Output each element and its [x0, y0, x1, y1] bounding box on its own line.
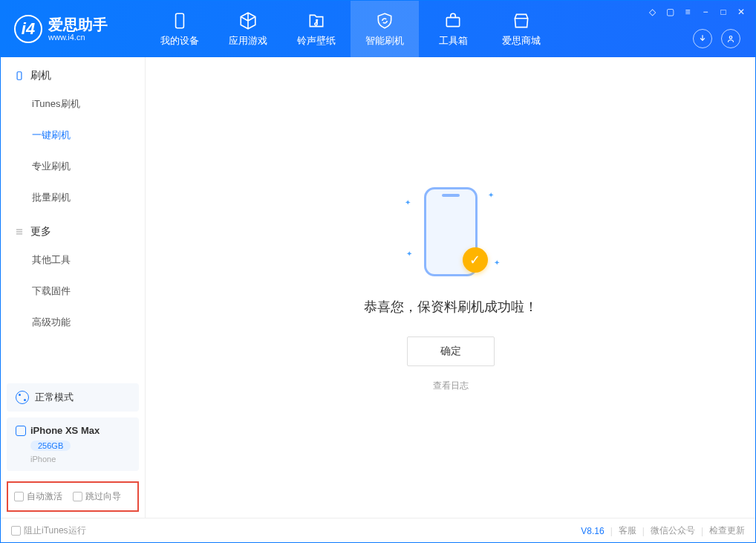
svg-rect-1: [446, 18, 459, 27]
window-controls: ◇ ▢ ≡ − □ ✕: [647, 7, 746, 17]
sidebar-item-oneclick-flash[interactable]: 一键刷机: [14, 120, 145, 151]
device-icon: [169, 10, 190, 31]
logo-icon: i4: [14, 15, 42, 43]
cube-icon: [238, 10, 258, 31]
sidebar-section-more: 更多: [1, 213, 145, 244]
sidebar-item-pro-flash[interactable]: 专业刷机: [14, 151, 145, 182]
user-button[interactable]: [721, 29, 740, 48]
footer: 阻止iTunes运行 V8.16 | 客服 | 微信公众号 | 检查更新: [1, 518, 755, 543]
device-name: iPhone XS Max: [30, 425, 100, 436]
phone-small-icon: [16, 426, 26, 436]
checkbox-auto-activate[interactable]: 自动激活: [14, 490, 62, 503]
phone-icon: [14, 71, 25, 81]
tab-my-device[interactable]: 我的设备: [146, 1, 214, 57]
confirm-button[interactable]: 确定: [407, 336, 495, 366]
checkbox-skip-guide[interactable]: 跳过向导: [73, 490, 121, 503]
svg-point-2: [729, 36, 732, 39]
device-mode-panel[interactable]: 正常模式: [7, 383, 139, 412]
version-label: V8.16: [581, 526, 604, 536]
app-title: 爱思助手: [48, 16, 108, 33]
success-message: 恭喜您，保资料刷机成功啦！: [364, 298, 538, 316]
support-link[interactable]: 客服: [619, 524, 636, 537]
check-badge-icon: ✓: [463, 247, 488, 273]
skin-icon[interactable]: ◇: [647, 7, 657, 17]
close-icon[interactable]: ✕: [736, 7, 746, 17]
checkbox-icon: [11, 526, 21, 536]
menu-icon[interactable]: ≡: [682, 7, 693, 17]
logo-area: i4 爱思助手 www.i4.cn: [1, 1, 146, 57]
sidebar-section-flash: 刷机: [1, 57, 145, 88]
mode-label: 正常模式: [35, 391, 74, 404]
sidebar-item-other-tools[interactable]: 其他工具: [14, 244, 145, 276]
shield-refresh-icon: [374, 10, 395, 31]
sidebar-item-advanced[interactable]: 高级功能: [14, 307, 145, 338]
sidebar-item-itunes-flash[interactable]: iTunes刷机: [14, 88, 145, 120]
svg-rect-3: [17, 72, 22, 80]
list-icon: [14, 227, 25, 237]
sidebar: 刷机 iTunes刷机 一键刷机 专业刷机 批量刷机 更多 其他工具 下载固件 …: [1, 57, 146, 518]
download-button[interactable]: [693, 29, 712, 48]
svg-rect-0: [176, 13, 184, 28]
view-log-link[interactable]: 查看日志: [433, 380, 469, 392]
storage-badge: 256GB: [30, 440, 71, 451]
device-info-panel[interactable]: iPhone XS Max 256GB iPhone: [7, 417, 139, 471]
tab-ringtones[interactable]: 铃声壁纸: [282, 1, 351, 57]
tab-toolbox[interactable]: 工具箱: [419, 1, 487, 57]
checkbox-icon: [73, 492, 82, 501]
mode-icon: [16, 391, 29, 404]
tab-store[interactable]: 爱思商城: [487, 1, 555, 57]
toolbox-icon: [443, 10, 463, 31]
success-illustration: ✓ ✦✦ ✦✦: [391, 183, 510, 280]
header: i4 爱思助手 www.i4.cn 我的设备 应用游戏 铃声壁纸 智能刷机 工具…: [1, 1, 755, 57]
maximize-icon[interactable]: □: [718, 7, 729, 17]
store-icon: [511, 10, 532, 31]
sidebar-item-download-firmware[interactable]: 下载固件: [14, 276, 145, 307]
minimize-icon[interactable]: −: [700, 7, 711, 17]
app-url: www.i4.cn: [48, 33, 108, 42]
check-update-link[interactable]: 检查更新: [709, 524, 745, 537]
tab-apps-games[interactable]: 应用游戏: [214, 1, 282, 57]
checkbox-block-itunes[interactable]: 阻止iTunes运行: [11, 524, 86, 537]
wechat-link[interactable]: 微信公众号: [651, 524, 695, 537]
highlighted-options: 自动激活 跳过向导: [7, 481, 139, 512]
sidebar-item-batch-flash[interactable]: 批量刷机: [14, 182, 145, 213]
feedback-icon[interactable]: ▢: [665, 7, 675, 17]
checkbox-icon: [14, 492, 24, 501]
music-folder-icon: [306, 10, 327, 31]
tab-smart-flash[interactable]: 智能刷机: [351, 1, 419, 57]
device-type: iPhone: [30, 455, 130, 464]
main-content: ✓ ✦✦ ✦✦ 恭喜您，保资料刷机成功啦！ 确定 查看日志: [146, 57, 755, 518]
